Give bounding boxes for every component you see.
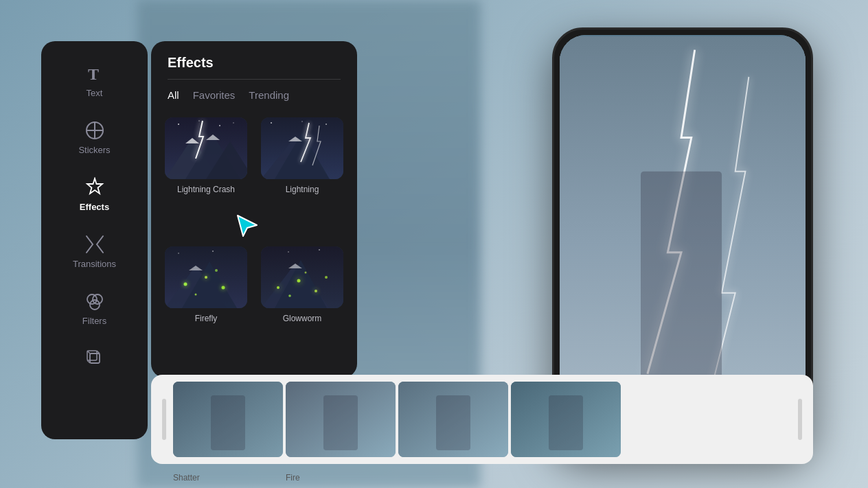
effects-grid: Lightning Crash (151, 112, 357, 377)
timeline-frame-4 (511, 382, 621, 457)
svg-point-38 (205, 276, 207, 279)
lightning-preview (261, 117, 343, 179)
sidebar-item-stickers[interactable]: Stickers (41, 112, 148, 163)
svg-point-48 (277, 286, 279, 289)
timeline-label-fire: Fire (286, 473, 398, 483)
svg-rect-62 (549, 395, 583, 450)
effect-thumbnail-lightning (261, 117, 343, 179)
panel-header: Effects (151, 41, 357, 79)
svg-point-27 (326, 124, 327, 125)
svg-point-49 (297, 279, 301, 282)
svg-rect-1 (641, 172, 722, 408)
timeline-frame-1 (173, 382, 283, 457)
lightning-crash-preview (165, 117, 247, 179)
text-icon: T (84, 63, 105, 84)
effect-label-lightning: Lightning (286, 185, 319, 194)
effect-item-lightning[interactable]: Lightning (258, 117, 346, 238)
panel-tabs: All Favorites Trending (151, 80, 357, 112)
effects-icon (84, 177, 105, 198)
svg-point-37 (184, 282, 187, 286)
sidebar-item-text[interactable]: T Text (41, 55, 148, 106)
svg-point-17 (219, 125, 220, 126)
stickers-icon (84, 120, 105, 141)
effect-thumbnail-firefly (165, 246, 247, 308)
effect-thumbnail-glowworm (261, 246, 343, 308)
svg-rect-58 (323, 395, 358, 450)
svg-point-7 (93, 294, 102, 304)
sidebar-item-effects-label: Effects (80, 202, 109, 212)
svg-rect-9 (90, 353, 100, 363)
firefly-preview (165, 246, 247, 308)
svg-point-33 (212, 251, 214, 252)
sidebar: T Text Stickers Effects Transitions (41, 41, 148, 439)
sidebar-item-filters[interactable]: Filters (41, 283, 148, 334)
sidebar-item-3d[interactable] (41, 340, 148, 377)
sidebar-item-text-label: Text (87, 88, 103, 98)
sidebar-item-stickers-label: Stickers (78, 145, 110, 155)
timeline-scroll-right (798, 399, 802, 440)
cursor-arrow (235, 213, 260, 237)
svg-point-40 (195, 293, 197, 295)
timeline-labels: Shatter Fire (151, 473, 813, 483)
svg-point-51 (288, 294, 291, 297)
effect-item-glowworm[interactable]: Glowworm (258, 246, 346, 367)
svg-point-52 (325, 276, 328, 279)
svg-point-43 (288, 251, 289, 253)
svg-point-53 (305, 271, 307, 273)
timeline-strip[interactable] (151, 375, 813, 464)
filters-icon (84, 291, 105, 312)
svg-text:T: T (88, 65, 99, 83)
3d-icon (84, 348, 105, 369)
sidebar-item-transitions-label: Transitions (73, 259, 116, 269)
svg-point-50 (315, 290, 317, 292)
svg-point-41 (215, 269, 218, 272)
timeline-frames (151, 375, 643, 464)
svg-marker-54 (238, 216, 257, 236)
effect-label-glowworm: Glowworm (283, 314, 322, 323)
effect-label-lightning-crash: Lightning Crash (177, 185, 235, 194)
glowworm-preview (261, 246, 343, 308)
svg-point-39 (222, 286, 225, 289)
timeline-frame-3 (398, 382, 508, 457)
sidebar-item-effects[interactable]: Effects (41, 169, 148, 220)
svg-point-6 (87, 294, 97, 304)
tab-trending[interactable]: Trending (249, 89, 289, 102)
svg-point-8 (90, 300, 100, 310)
svg-rect-60 (436, 395, 470, 450)
tab-all[interactable]: All (168, 89, 179, 102)
svg-rect-56 (211, 395, 245, 450)
effect-label-firefly: Firefly (195, 314, 218, 323)
sidebar-item-filters-label: Filters (82, 316, 106, 326)
effects-panel: Effects All Favorites Trending (151, 41, 357, 377)
panel-title: Effects (168, 55, 341, 71)
svg-point-16 (198, 120, 200, 121)
effect-thumbnail-lightning-crash (165, 117, 247, 179)
svg-point-32 (178, 253, 179, 254)
timeline-frame-2 (286, 382, 396, 457)
svg-point-15 (178, 124, 179, 125)
svg-point-18 (233, 122, 234, 124)
svg-point-25 (271, 122, 272, 124)
timeline-label-shatter: Shatter (173, 473, 286, 483)
tab-favorites[interactable]: Favorites (193, 89, 236, 102)
timeline-scroll-left (162, 399, 166, 440)
transitions-icon (84, 234, 105, 255)
svg-point-26 (301, 121, 303, 122)
effect-item-firefly[interactable]: Firefly (162, 246, 250, 367)
svg-point-44 (319, 249, 320, 251)
sidebar-item-transitions[interactable]: Transitions (41, 226, 148, 277)
